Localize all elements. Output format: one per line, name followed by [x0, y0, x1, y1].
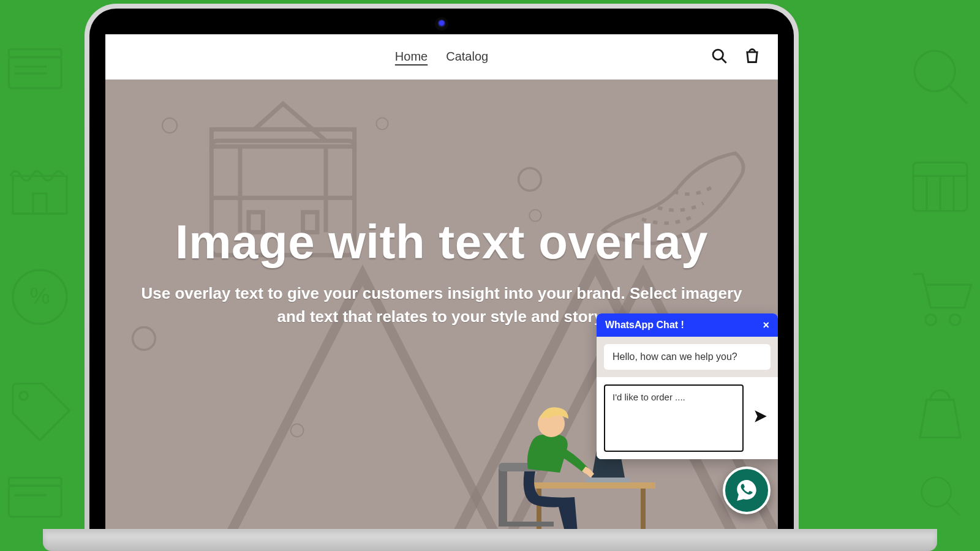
chat-title: WhatsApp Chat !	[605, 320, 684, 331]
laptop-camera	[437, 20, 446, 28]
svg-rect-9	[9, 478, 61, 485]
svg-point-7	[20, 392, 28, 400]
svg-rect-13	[913, 162, 967, 211]
svg-rect-0	[9, 58, 61, 89]
hero-title: Image with text overlay	[139, 214, 744, 270]
svg-line-23	[722, 58, 726, 62]
search-icon[interactable]	[710, 47, 728, 67]
svg-point-11	[914, 51, 955, 91]
svg-point-20	[922, 478, 951, 507]
svg-point-19	[949, 315, 960, 326]
svg-rect-28	[211, 129, 354, 146]
chat-greeting-message: Hello, how can we help you?	[604, 344, 771, 370]
chat-input-row	[597, 377, 778, 459]
hero-text: Image with text overlay Use overlay text…	[139, 214, 744, 328]
chat-body: Hello, how can we help you?	[597, 337, 778, 377]
svg-point-18	[925, 315, 937, 326]
cart-icon[interactable]	[744, 47, 761, 67]
svg-rect-40	[587, 478, 630, 482]
main-nav: Home Catalog	[395, 50, 488, 64]
send-icon	[753, 408, 769, 424]
laptop-base	[43, 529, 937, 551]
hero-section: Image with text overlay Use overlay text…	[105, 80, 778, 550]
svg-point-33	[519, 168, 541, 191]
chat-close-button[interactable]: ×	[763, 320, 769, 331]
svg-point-31	[162, 118, 177, 133]
svg-point-36	[291, 424, 304, 437]
chat-header: WhatsApp Chat ! ×	[597, 313, 778, 337]
chat-message-input[interactable]	[604, 384, 744, 452]
svg-point-5	[13, 270, 67, 324]
svg-rect-4	[33, 193, 47, 214]
svg-line-12	[949, 86, 967, 103]
nav-home[interactable]: Home	[395, 50, 428, 64]
whatsapp-chat-widget: WhatsApp Chat ! × Hello, how can we help…	[597, 313, 778, 459]
svg-rect-44	[499, 522, 554, 527]
svg-rect-42	[499, 469, 507, 524]
browser-screen: Home Catalog	[105, 34, 778, 550]
whatsapp-icon	[734, 478, 760, 503]
svg-point-32	[376, 118, 388, 129]
svg-text:%: %	[29, 283, 50, 309]
chat-send-button[interactable]	[751, 407, 771, 426]
svg-rect-8	[9, 486, 61, 517]
svg-point-22	[713, 50, 723, 59]
svg-point-35	[133, 328, 156, 350]
whatsapp-fab[interactable]	[723, 467, 771, 514]
svg-line-21	[947, 503, 960, 515]
svg-rect-1	[9, 49, 61, 57]
svg-rect-37	[527, 482, 655, 489]
laptop-frame: Home Catalog	[85, 4, 799, 551]
site-header: Home Catalog	[105, 34, 778, 80]
nav-catalog[interactable]: Catalog	[446, 50, 488, 64]
